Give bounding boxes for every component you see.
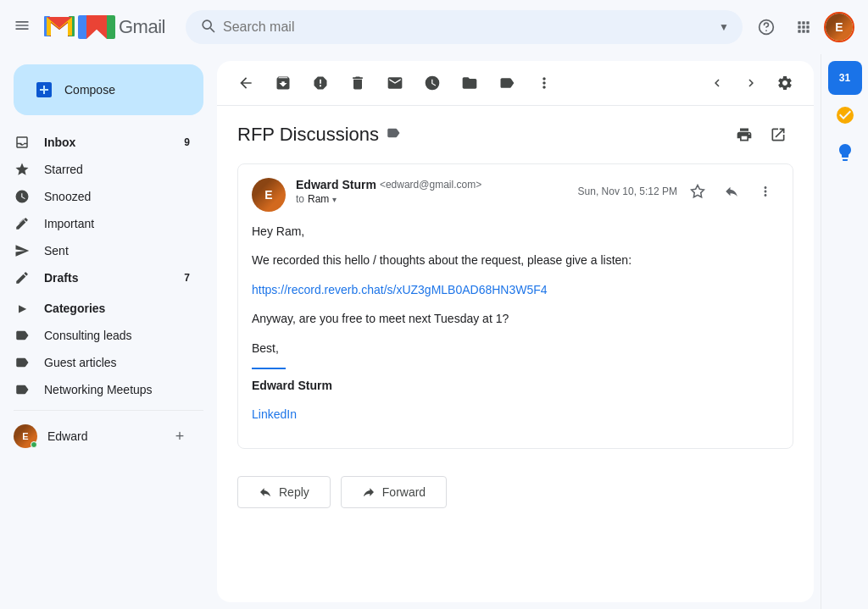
search-dropdown-icon[interactable]: ▼: [719, 21, 729, 33]
reply-actions: Reply Forward: [237, 462, 793, 522]
networking-meetups-label: Networking Meetups: [44, 383, 190, 396]
help-button[interactable]: [749, 10, 783, 44]
inbox-icon: [14, 134, 31, 151]
compose-button[interactable]: Compose: [14, 64, 203, 115]
svg-rect-10: [798, 30, 800, 32]
search-icon: [199, 17, 216, 37]
thread-title: RFP Discussions: [237, 124, 379, 146]
linkedin-link[interactable]: LinkedIn: [252, 407, 297, 421]
thread-label-icon: [386, 125, 401, 144]
email-message: E Edward Sturm <edward@gmail.com> to Ram…: [237, 163, 793, 449]
hamburger-icon[interactable]: [14, 17, 31, 38]
sig-name: Edward Sturm: [252, 376, 779, 395]
avatar-button[interactable]: E: [824, 12, 854, 42]
sidebar-item-networking-meetups[interactable]: Networking Meetups: [0, 376, 203, 403]
recording-link[interactable]: https://record.reverb.chat/s/xUZ3gMLB0AD…: [252, 283, 548, 296]
svg-rect-5: [802, 21, 804, 24]
user-avatar: E: [14, 424, 37, 448]
move-button[interactable]: [454, 68, 485, 98]
label-icon-networking: [14, 381, 31, 398]
snooze-button[interactable]: [417, 68, 448, 98]
label-icon-guest: [14, 354, 31, 371]
back-button[interactable]: [231, 68, 261, 98]
new-window-button[interactable]: [763, 119, 793, 150]
sent-icon: [14, 242, 31, 259]
next-email-button[interactable]: [736, 68, 766, 98]
svg-rect-4: [798, 21, 800, 24]
apps-button[interactable]: [787, 10, 821, 44]
archive-button[interactable]: [268, 68, 298, 98]
reply-label: Reply: [279, 485, 309, 499]
user-name: Edward: [47, 429, 170, 443]
prev-email-button[interactable]: [702, 68, 732, 98]
svg-rect-6: [806, 21, 809, 24]
important-label: Important: [44, 217, 190, 230]
svg-rect-8: [802, 25, 804, 28]
sidebar-item-drafts[interactable]: Drafts 7: [0, 264, 203, 291]
svg-rect-7: [798, 25, 800, 28]
inbox-label: Inbox: [44, 136, 184, 149]
tasks-rail-button[interactable]: [828, 98, 862, 132]
inbox-badge: 9: [184, 136, 190, 148]
sidebar-item-snoozed[interactable]: Snoozed: [0, 183, 203, 210]
email-body: Hey Ram, We recorded this hello / though…: [252, 222, 779, 424]
sidebar-item-starred[interactable]: Starred: [0, 156, 203, 183]
to-recipient[interactable]: Ram: [308, 193, 329, 205]
email-more-button[interactable]: [752, 178, 779, 205]
important-icon: [14, 215, 31, 232]
sidebar-item-inbox[interactable]: Inbox 9: [0, 129, 203, 156]
star-button[interactable]: [684, 178, 711, 205]
delete-button[interactable]: [342, 68, 373, 98]
drafts-badge: 7: [184, 272, 190, 284]
svg-rect-9: [806, 25, 809, 28]
expand-icon: ▶: [14, 300, 31, 317]
gmail-logo-m: [44, 12, 75, 42]
quick-reply-button[interactable]: [718, 178, 745, 205]
report-spam-button[interactable]: [305, 68, 336, 98]
sidebar-item-categories[interactable]: ▶ Categories: [0, 295, 203, 322]
svg-rect-12: [806, 30, 809, 32]
snoozed-icon: [14, 188, 31, 205]
drafts-label: Drafts: [44, 271, 184, 285]
calendar-rail-button[interactable]: 31: [828, 61, 862, 95]
star-icon: [14, 161, 31, 178]
to-dropdown-icon[interactable]: ▾: [332, 195, 337, 204]
consulting-leads-label: Consulting leads: [44, 329, 190, 342]
more-options-button[interactable]: [529, 68, 559, 98]
forward-button[interactable]: Forward: [341, 476, 447, 508]
sidebar-item-guest-articles[interactable]: Guest articles: [0, 349, 203, 376]
add-account-button[interactable]: +: [170, 426, 190, 446]
forward-label: Forward: [382, 485, 426, 499]
mark-read-button[interactable]: [380, 68, 410, 98]
compose-label: Compose: [64, 83, 115, 97]
sent-label: Sent: [44, 244, 190, 257]
sidebar-item-sent[interactable]: Sent: [0, 237, 203, 264]
gmail-text: Gmail: [119, 16, 165, 38]
search-input[interactable]: [223, 19, 712, 35]
keep-rail-button[interactable]: [828, 136, 862, 169]
svg-rect-11: [802, 30, 804, 32]
categories-label: Categories: [44, 302, 190, 315]
sidebar-item-consulting-leads[interactable]: Consulting leads: [0, 322, 203, 349]
sidebar-user[interactable]: E Edward +: [0, 418, 203, 455]
guest-articles-label: Guest articles: [44, 356, 190, 369]
sidebar-item-important[interactable]: Important: [0, 210, 203, 237]
sender-avatar: E: [252, 178, 286, 212]
starred-label: Starred: [44, 163, 190, 176]
label-button[interactable]: [492, 68, 522, 98]
drafts-icon: [14, 269, 31, 286]
to-label: to: [296, 193, 304, 205]
email-time: Sun, Nov 10, 5:12 PM: [578, 185, 677, 197]
print-button[interactable]: [729, 119, 760, 150]
label-icon-consulting: [14, 327, 31, 344]
sender-email: <edward@gmail.com>: [380, 179, 481, 191]
sender-name: Edward Sturm: [296, 178, 376, 191]
settings-button[interactable]: [770, 68, 800, 98]
reply-button[interactable]: Reply: [237, 476, 331, 508]
snoozed-label: Snoozed: [44, 190, 190, 203]
svg-point-3: [765, 30, 767, 31]
